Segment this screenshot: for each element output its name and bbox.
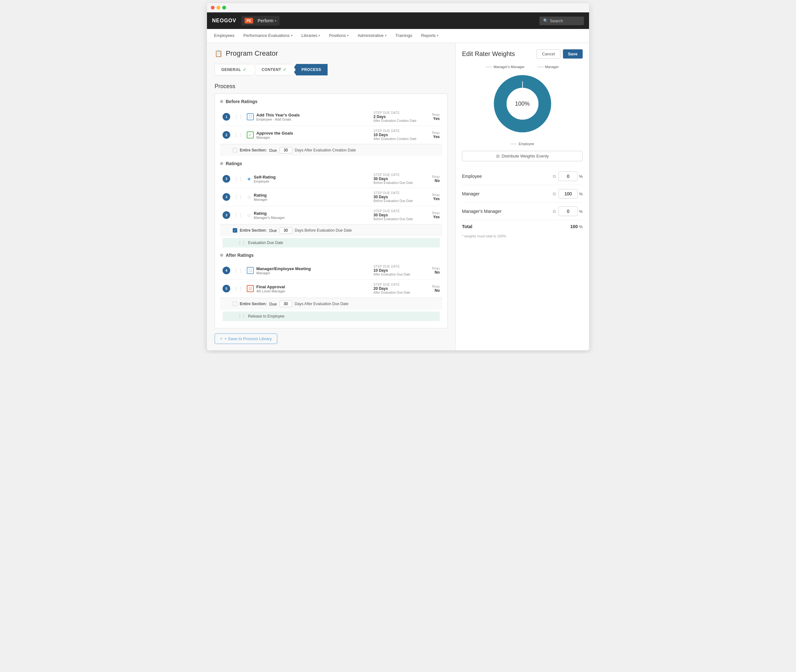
step-due: Step Due Date 30 Days Before Evaluation … (374, 173, 418, 184)
weight-row-managers-manager: Manager's Manager ⧉ % (462, 203, 583, 220)
entire-section-checkbox-after[interactable] (233, 302, 237, 306)
step-checkbox-icon: ☐ (247, 113, 254, 120)
pct-managers-manager: % (579, 209, 583, 214)
chart-labels: Manager's Manager Manager (462, 65, 583, 69)
step-due: Step Due Date 10 Days After Evaluation C… (374, 129, 418, 141)
process-card: Before Ratings 1 ⋮⋮ ☐ Add This Year's Go… (215, 94, 448, 328)
save-to-process-library-button[interactable]: + + Save to Process Library (215, 333, 277, 344)
title-bar (207, 3, 589, 13)
entire-section-days-input-after[interactable] (279, 301, 292, 307)
nav-lib-chevron-icon: ▾ (318, 34, 320, 37)
nav-administrative[interactable]: Administrative ▾ (357, 29, 387, 43)
nav-positions[interactable]: Positions ▾ (328, 29, 349, 43)
star-outline-icon: ☆ (247, 194, 251, 200)
nav-performance-evaluations[interactable]: Performance Evaluations ▾ (242, 29, 293, 43)
step-info: Add This Year's Goals Employee - Add Goa… (256, 113, 371, 121)
weight-rows: Employee ⧉ % Manager ⧉ % Manager's Manag… (462, 168, 583, 220)
drag-handle-icon[interactable]: ⋮⋮ (233, 194, 244, 200)
distribute-icon: ⚖ (496, 154, 500, 158)
nav-rep-chevron-icon: ▾ (437, 34, 438, 37)
app-switcher[interactable]: PE Perform ▾ (241, 16, 279, 26)
drag-handle-icon[interactable]: ⋮⋮ (233, 213, 244, 218)
right-panel: Edit Rater Weights Cancel Save Manager's… (455, 43, 589, 350)
content-check-icon: ✓ (283, 67, 287, 72)
entire-section-days-input-before[interactable] (279, 147, 292, 154)
breadcrumb-tabs: GENERAL ✓ CONTENT ✓ PROCESS (215, 64, 448, 75)
weight-input-employee[interactable] (558, 171, 578, 181)
step-row: 3 ⋮⋮ ★ Self-Rating Employee Step Due Dat… (220, 170, 442, 188)
step-info: Final Approval 4th Level Manager (256, 285, 371, 293)
step-due: Step Due Date 20 Days After Evaluation D… (374, 283, 418, 294)
distribute-weights-button[interactable]: ⚖ Distribute Weights Evenly (462, 151, 583, 161)
page-header-icon: 📋 (215, 50, 223, 57)
section-dot-icon (220, 254, 223, 257)
step-due: Step Due Date 2 Days After Evaluation Cr… (374, 111, 418, 123)
drag-handle-icon[interactable]: ⋮⋮ (233, 176, 244, 181)
close-button[interactable] (211, 6, 215, 10)
donut-svg-wrapper: 100% (491, 72, 554, 136)
entire-section-checkbox-before[interactable] (233, 148, 237, 152)
plus-icon: + (220, 336, 223, 341)
drag-handle-icon[interactable]: ⋮⋮ (233, 114, 244, 119)
step-due: Step Due Date 30 Days Before Evaluation … (374, 210, 418, 221)
cancel-button[interactable]: Cancel (536, 49, 560, 59)
step-row: 5 ⋮⋮ ☑ Final Approval 4th Level Manager … (220, 280, 442, 298)
step-number-3b: 3 (223, 193, 230, 201)
step-req: Requ No (420, 267, 440, 275)
step-req: Requ No (420, 175, 440, 183)
copy-icon-managers-manager[interactable]: ⧉ (553, 209, 556, 214)
step-due: Step Due Date 10 Days After Evaluation D… (374, 265, 418, 276)
employee-label: Manager (538, 65, 559, 69)
step-row: 4 ⋮⋮ ☐ Manager/Employee Meeting Manager … (220, 262, 442, 280)
step-number-2: 2 (223, 131, 230, 139)
step-info: Approve the Goals Manager (256, 131, 371, 139)
step-req: Requ Yes (420, 211, 440, 219)
total-row: Total 100 % (462, 220, 583, 233)
copy-icon-employee[interactable]: ⧉ (553, 174, 556, 179)
before-ratings-section: Before Ratings 1 ⋮⋮ ☐ Add This Year's Go… (220, 99, 442, 156)
drag-handle-icon[interactable]: ⋮⋮ (233, 286, 244, 291)
action-row-release: ⋮⋮ Release to Employee (223, 312, 440, 321)
app-name: Perform ▾ (258, 18, 276, 23)
donut-chart: 100% (462, 72, 583, 136)
before-ratings-header: Before Ratings (220, 99, 442, 104)
search-box[interactable]: 🔍 Search (539, 16, 584, 25)
ratings-header: Ratings (220, 161, 442, 166)
weight-note: * weights must total to 100% (462, 234, 583, 238)
drag-handle-icon[interactable]: ⋮⋮ (233, 268, 244, 273)
weight-input-managers-manager[interactable] (558, 206, 578, 216)
action-drag-icon[interactable]: ⋮⋮ (238, 240, 246, 245)
entire-section-days-input-ratings[interactable] (279, 227, 292, 234)
copy-icon-manager[interactable]: ⧉ (553, 191, 556, 197)
action-drag-icon[interactable]: ⋮⋮ (238, 314, 246, 318)
neogov-logo: NEOGOV (212, 18, 236, 24)
tab-process[interactable]: PROCESS (293, 64, 327, 75)
panel-title: Edit Rater Weights (462, 50, 515, 58)
managers-manager-label: Manager's Manager (486, 65, 525, 69)
after-ratings-header: After Ratings (220, 253, 442, 258)
step-number-3a: 3 (223, 175, 230, 182)
main-content: 📋 Program Creator GENERAL ✓ CONTENT ✓ PR… (207, 43, 455, 350)
weight-input-manager[interactable] (558, 189, 578, 198)
step-req: Requ Yes (420, 193, 440, 201)
save-button[interactable]: Save (563, 49, 583, 59)
drag-handle-icon[interactable]: ⋮⋮ (233, 132, 244, 138)
nav-reports[interactable]: Reports ▾ (420, 29, 440, 43)
maximize-button[interactable] (222, 6, 226, 10)
nav-pos-chevron-icon: ▾ (347, 34, 349, 37)
step-row: 3 ⋮⋮ ☆ Rating Manager's Manager Step Due… (220, 206, 442, 224)
nav-libraries[interactable]: Libraries ▾ (301, 29, 321, 43)
nav-admin-chevron-icon: ▾ (385, 34, 387, 37)
step-info: Rating Manager (254, 193, 371, 202)
star-filled-icon: ★ (247, 176, 251, 182)
nav-employees[interactable]: Employees (213, 29, 235, 43)
nav-trainings[interactable]: Trainings (395, 29, 413, 43)
tab-content[interactable]: CONTENT ✓ (252, 64, 296, 75)
tab-general[interactable]: GENERAL ✓ (215, 64, 256, 75)
section-title: Process (215, 83, 448, 90)
action-row-eval-due: ⋮⋮ Evaluation Due Date (223, 238, 440, 248)
entire-section-checkbox-ratings[interactable]: ✓ (233, 228, 237, 233)
minimize-button[interactable] (217, 6, 220, 10)
general-check-icon: ✓ (243, 67, 246, 72)
step-checkbox-red-icon: ☑ (247, 285, 254, 292)
